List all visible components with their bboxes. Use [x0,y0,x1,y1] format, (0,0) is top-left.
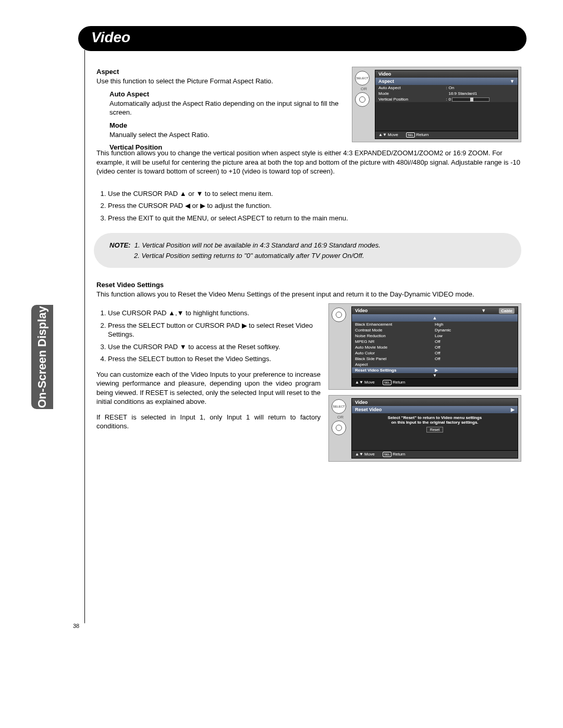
osd1-sub: Aspect [378,79,394,84]
auto-aspect-heading: Auto Aspect [109,90,344,98]
step-item: Press the SELECT button or CURSOR PAD ▶ … [108,321,321,339]
slider-icon [452,97,489,102]
osd3-title: Video [355,400,368,405]
note-label: NOTE: [109,241,130,249]
reset-desc: This function allows you to Reset the Vi… [96,290,521,299]
osd-reset-panel: SELECT OR Video Reset Video▶ Select "Res… [328,395,521,462]
osd1-title: Video [378,71,391,77]
reset-steps: Use CURSOR PAD ▲,▼ to highlight function… [96,309,321,364]
page-title: Video [91,29,130,45]
step-item: Use the CURSOR PAD ▲ or ▼ to to select m… [108,189,521,199]
osd-aspect-panel: SELECT OR Video Aspect▼ Auto Aspect:On M… [352,67,521,142]
reset-heading: Reset Video Settings [96,281,521,289]
osd3-msg2: on this Input to the original factory se… [355,420,515,425]
aspect-heading: Aspect [96,68,344,76]
input-badge: Cable [499,308,515,314]
osd2-title: Video [355,308,368,313]
step-item: Press the CURSOR PAD ◀ or ▶ to adjust th… [108,201,521,211]
note-line2: 2. Vertical Position setting returns to … [134,252,364,260]
step-item: Use the CURSOR PAD ▼ to access at the Re… [108,342,321,352]
page-number: 38 [73,623,79,629]
auto-aspect-desc: Automatically adjust the Aspect Ratio de… [109,99,344,117]
sidebar-label: On-Screen Display [31,305,53,409]
osd-video-list-menu: Video▼ Cable ▲ Black EnhancementHigh Con… [351,306,518,387]
cursor-pad-icon [332,421,346,435]
osd-aspect-menu: Video Aspect▼ Auto Aspect:On Mode16:9 St… [375,70,518,139]
aspect-steps: Use the CURSOR PAD ▲ or ▼ to to select m… [96,189,521,223]
cursor-pad-icon [332,307,346,322]
select-button-icon: SELECT [355,71,370,85]
vertical-rule [84,50,85,623]
step-item: Use CURSOR PAD ▲,▼ to highlight function… [108,309,321,318]
osd-reset-menu: Video Reset Video▶ Select "Reset" to ret… [351,398,518,459]
mode-desc: Manually select the Aspect Ratio. [109,130,344,140]
aspect-desc: Use this function to select the Picture … [96,77,344,86]
step-item: Press the SELECT button to Reset the Vid… [108,354,321,364]
cursor-pad-icon [355,92,370,107]
select-button-icon: SELECT [332,399,346,414]
note-line1: 1. Vertical Position will not be availab… [134,241,381,249]
note-box: NOTE: 1. Vertical Position will not be a… [94,233,521,268]
reset-para1: You can customize each of the Video Inpu… [96,370,321,406]
reset-softkey: Reset [426,427,443,433]
vp-desc: This function allows you to change the v… [96,149,521,176]
osd3-sub: Reset Video [355,407,382,412]
page-title-banner: Video [78,26,527,51]
osd-video-list-panel: Video▼ Cable ▲ Black EnhancementHigh Con… [328,303,521,390]
reset-para2: If RESET is selected in Input 1, only In… [96,413,321,431]
mode-heading: Mode [109,121,344,129]
step-item: Press the EXIT to quit the MENU, or sele… [108,214,521,223]
osd3-msg1: Select "Reset" to return to Video menu s… [355,415,515,420]
sidebar-tab: On-Screen Display [31,305,53,409]
or-label: OR [355,87,373,91]
or-label: OR [332,415,349,419]
